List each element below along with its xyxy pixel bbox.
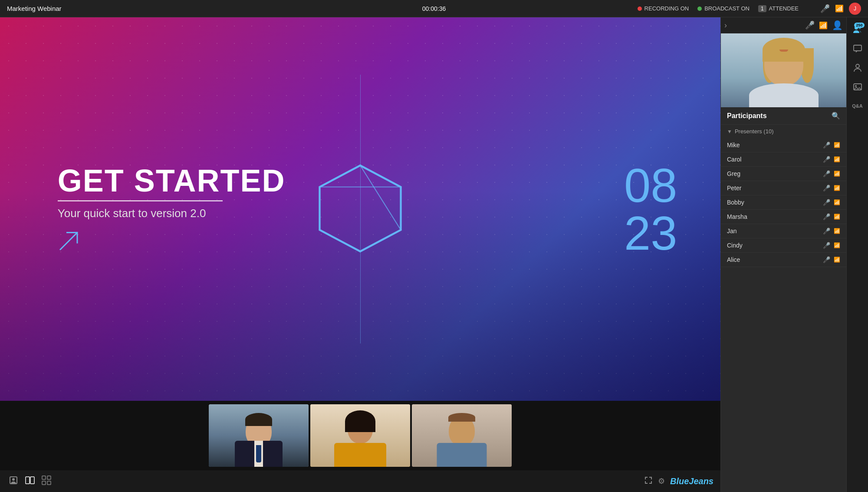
sidebar-collapse-button[interactable]: › <box>724 21 727 30</box>
sidebar-signal-icon: 📶 <box>819 21 828 30</box>
svg-rect-10 <box>42 481 46 485</box>
webinar-title: Marketing Webinar <box>7 5 62 12</box>
participant-greg-mic-icon: 🎤 <box>823 170 830 177</box>
participant-name-mike: Mike <box>727 142 819 149</box>
sidebar-person-icon[interactable]: 👤 <box>832 20 843 30</box>
svg-marker-1 <box>320 165 401 251</box>
svg-rect-7 <box>30 477 34 484</box>
nav-attendees-button[interactable]: 250 <box>850 22 865 37</box>
bluejeans-logo: BlueJeans <box>670 476 713 486</box>
svg-rect-6 <box>26 477 30 484</box>
participant-mike-signal-icon: 📶 <box>834 142 840 148</box>
participant-row-peter[interactable]: Peter 🎤 📶 <box>721 181 846 195</box>
bottom-controls-bar: ⚙ BlueJeans <box>0 470 720 492</box>
qa-label: Q&A <box>852 103 862 109</box>
participant-peter-signal-icon: 📶 <box>834 185 840 191</box>
participant-name-cindy: Cindy <box>727 242 819 249</box>
attendee-count-indicator: 1 ATTENDEE <box>758 5 799 12</box>
participant-name-greg: Greg <box>727 170 819 177</box>
svg-rect-14 <box>854 45 861 51</box>
participant-name-bobby: Bobby <box>727 199 819 206</box>
participant-alice-mic-icon: 🎤 <box>823 256 830 263</box>
recording-dot <box>638 7 642 11</box>
participant-name-jan: Jan <box>727 228 819 234</box>
participant-mike-mic-icon: 🎤 <box>823 142 830 149</box>
broadcast-dot <box>697 7 702 11</box>
participant-bobby-signal-icon: 📶 <box>834 199 840 205</box>
participant-marsha-mic-icon: 🎤 <box>823 213 830 220</box>
participant-row-greg[interactable]: Greg 🎤 📶 <box>721 167 846 181</box>
presenters-group-header[interactable]: ▼ Presenters (10) <box>721 125 846 138</box>
two-view-icon[interactable] <box>23 474 36 489</box>
nav-chat-button[interactable] <box>850 41 865 56</box>
participant-row-carol[interactable]: Carol 🎤 📶 <box>721 152 846 167</box>
user-avatar: J <box>849 3 861 15</box>
thumbnail-person-2[interactable] <box>310 404 410 467</box>
participant-jan-signal-icon: 📶 <box>834 228 840 234</box>
sidebar-top-row: › 🎤 📶 👤 <box>721 17 846 33</box>
participant-alice-signal-icon: 📶 <box>834 257 840 263</box>
slide-divider <box>58 200 223 201</box>
sidebar-mic-icon[interactable]: 🎤 <box>805 20 815 30</box>
top-bar-controls: 🎤 📶 J <box>820 3 861 15</box>
attendee-number: 1 <box>758 5 766 12</box>
svg-rect-8 <box>42 476 46 479</box>
participant-bobby-mic-icon: 🎤 <box>823 199 830 206</box>
thumbnails-bar <box>0 401 720 470</box>
svg-point-15 <box>856 64 859 68</box>
grid-view-icon[interactable] <box>40 474 53 489</box>
main-layout: GET STARTED Your quick start to version … <box>0 17 868 492</box>
signal-icon: 📶 <box>835 4 844 13</box>
view-mode-icons <box>7 474 53 489</box>
participant-name-alice: Alice <box>727 256 819 263</box>
settings-button[interactable]: ⚙ <box>658 476 665 486</box>
participant-cindy-signal-icon: 📶 <box>834 242 840 248</box>
participant-cindy-mic-icon: 🎤 <box>823 242 830 249</box>
svg-rect-11 <box>47 481 51 485</box>
participants-search-icon[interactable]: 🔍 <box>832 112 840 120</box>
svg-rect-9 <box>47 476 51 479</box>
sidebar-nav: 250 Q&A <box>846 17 868 492</box>
broadcast-indicator: BROADCAST ON <box>697 5 750 12</box>
nav-media-button[interactable] <box>850 79 865 95</box>
participant-marsha-signal-icon: 📶 <box>834 214 840 220</box>
participant-jan-mic-icon: 🎤 <box>823 228 830 234</box>
participant-row-bobby[interactable]: Bobby 🎤 📶 <box>721 195 846 210</box>
right-sidebar: › 🎤 📶 👤 <box>720 17 846 492</box>
presenters-group-label: Presenters (10) <box>735 128 774 135</box>
mic-mute-icon[interactable]: 🎤 <box>820 4 830 13</box>
participant-carol-signal-icon: 📶 <box>834 156 840 162</box>
attendee-label: ATTENDEE <box>769 5 799 12</box>
slide-text-content: GET STARTED Your quick start to version … <box>58 165 286 254</box>
participants-title: Participants <box>727 112 767 120</box>
fullscreen-button[interactable] <box>644 476 653 487</box>
broadcast-label: BROADCAST ON <box>704 5 750 12</box>
participant-row-marsha[interactable]: Marsha 🎤 📶 <box>721 210 846 224</box>
svg-point-5 <box>12 478 15 481</box>
attendees-badge: 250 <box>854 23 864 28</box>
participant-row-mike[interactable]: Mike 🎤 📶 <box>721 138 846 152</box>
svg-line-0 <box>60 232 77 250</box>
participant-row-alice[interactable]: Alice 🎤 📶 <box>721 253 846 267</box>
nav-qa-button[interactable]: Q&A <box>850 98 865 114</box>
slide-numbers: 08 23 <box>624 162 677 257</box>
svg-point-17 <box>855 85 857 87</box>
slide-number-1: 08 <box>624 162 677 209</box>
thumbnail-person-1[interactable] <box>209 404 309 467</box>
hexagon-area <box>312 161 408 258</box>
thumbnail-person-3[interactable] <box>412 404 512 467</box>
participant-greg-signal-icon: 📶 <box>834 171 840 177</box>
presenters-chevron-icon: ▼ <box>727 129 732 135</box>
nav-participants-button[interactable] <box>850 60 865 76</box>
participant-row-jan[interactable]: Jan 🎤 📶 <box>721 224 846 238</box>
single-view-icon[interactable] <box>7 474 20 489</box>
participant-row-cindy[interactable]: Cindy 🎤 📶 <box>721 238 846 253</box>
participant-name-peter: Peter <box>727 185 819 192</box>
slide-number-2: 23 <box>624 209 677 257</box>
slide-arrow-icon <box>58 230 79 252</box>
jan-video-thumbnail <box>721 33 846 107</box>
participant-name-carol: Carol <box>727 156 819 163</box>
bottom-right-controls: ⚙ BlueJeans <box>644 476 713 487</box>
participant-carol-mic-icon: 🎤 <box>823 156 830 163</box>
participant-peter-mic-icon: 🎤 <box>823 185 830 192</box>
